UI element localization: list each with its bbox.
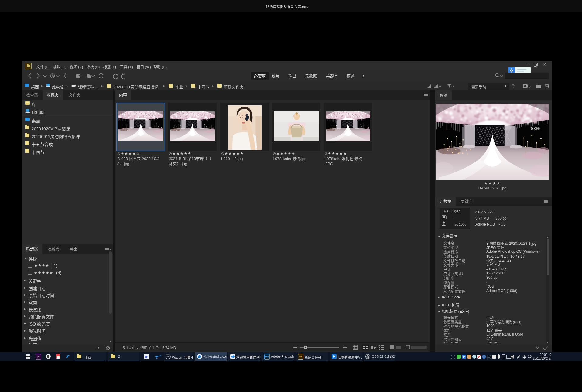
svg-text:ISO: ISO: [454, 223, 458, 226]
svg-text:1000: 1000: [459, 223, 466, 226]
svg-text:B-098: B-098: [531, 127, 540, 130]
svg-text:f/: f/: [444, 210, 446, 213]
svg-text:7.1 1/250: 7.1 1/250: [447, 210, 460, 213]
svg-text:—: —: [454, 216, 457, 219]
